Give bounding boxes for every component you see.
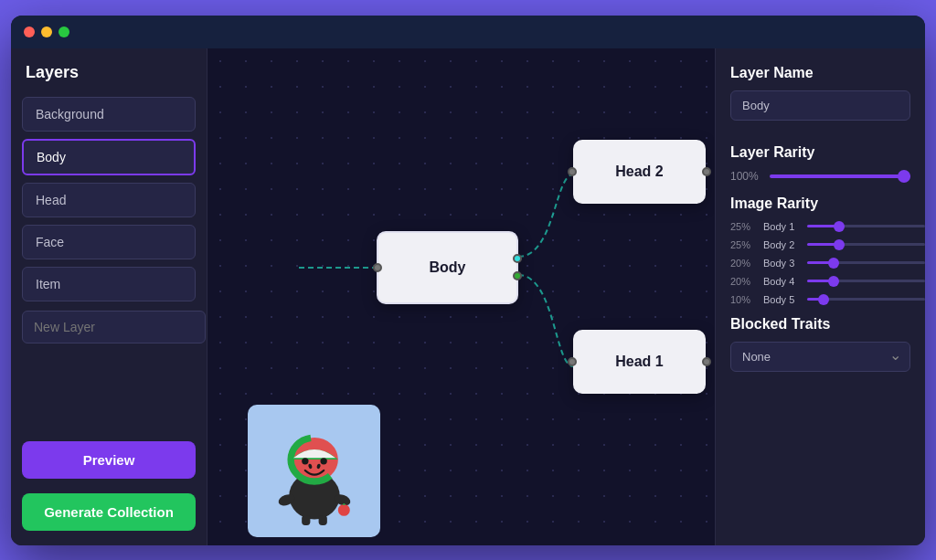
blocked-traits-section: Blocked Traits None Body 1 Body 2 [730,316,910,372]
blocked-traits-title: Blocked Traits [730,316,910,333]
svg-rect-11 [302,515,310,525]
ir-slider-4[interactable] [807,298,925,301]
node-head2[interactable]: Head 2 [573,140,706,204]
ir-name-0: Body 1 [763,221,802,232]
ir-slider-2[interactable] [807,261,925,264]
connector-body-bottom-right [513,271,522,280]
ir-name-1: Body 2 [763,239,802,250]
ir-pct-4: 10% [730,294,758,305]
connector-body-left [373,263,382,272]
layer-name-section: Layer Name [730,65,910,133]
sidebar-item-head[interactable]: Head [22,183,196,217]
new-layer-row: + [22,311,196,343]
preview-image [248,405,380,537]
content-area: Layers Background Body Head Face Item + [11,48,925,545]
ir-name-4: Body 5 [763,294,802,305]
image-rarity-row-2: 20% Body 3 [730,258,910,269]
ir-pct-0: 25% [730,221,758,232]
sidebar-item-face[interactable]: Face [22,225,196,259]
layer-name-title: Layer Name [730,65,910,81]
sidebar-spacer [22,351,196,434]
image-rarity-row-4: 10% Body 5 [730,294,910,305]
sidebar-title: Layers [22,63,196,82]
character-svg [264,416,365,525]
preview-button[interactable]: Preview [22,441,196,479]
ir-name-2: Body 3 [763,258,802,269]
image-rarity-title: Image Rarity [730,195,910,212]
connector-body-top-right [513,254,522,263]
sidebar: Layers Background Body Head Face Item + [11,48,207,545]
ir-pct-3: 20% [730,276,758,287]
connector-head1-left [568,357,577,366]
titlebar [11,16,925,48]
image-rarity-section: Image Rarity 25% Body 1 25% Body 2 20% B… [730,195,910,305]
blocked-traits-select-wrapper: None Body 1 Body 2 [730,342,910,372]
sidebar-item-background[interactable]: Background [22,97,196,132]
node-body[interactable]: Body [377,231,518,304]
main-window: Layers Background Body Head Face Item + [11,16,925,545]
image-rarity-row-0: 25% Body 1 [730,221,910,232]
connector-head1-right [702,357,711,366]
ir-slider-0[interactable] [807,225,925,227]
generate-button[interactable]: Generate Collection [22,493,196,531]
canvas-area[interactable]: Body Head 2 Head 1 [207,48,715,545]
connector-head2-right [702,167,711,176]
svg-point-7 [320,458,326,464]
sidebar-item-body[interactable]: Body [22,139,196,175]
blocked-traits-select[interactable]: None Body 1 Body 2 [730,342,910,372]
sidebar-item-item[interactable]: Item [22,267,196,301]
ir-slider-3[interactable] [807,280,925,282]
new-layer-input[interactable] [22,311,206,343]
node-head1[interactable]: Head 1 [573,330,706,394]
svg-point-10 [337,504,349,516]
ir-name-3: Body 4 [763,276,802,287]
connector-head2-left [568,167,577,176]
ir-pct-2: 20% [730,258,758,269]
ir-slider-1[interactable] [807,243,925,246]
layer-rarity-slider[interactable] [770,174,910,178]
layer-rarity-title: Layer Rarity [730,144,910,161]
svg-point-6 [302,458,308,464]
image-rarity-row-1: 25% Body 2 [730,239,910,250]
ir-pct-1: 25% [730,239,758,250]
layer-rarity-slider-row: 100% [730,170,910,183]
svg-rect-12 [318,515,326,525]
layer-rarity-value: 100% [730,170,762,183]
layer-rarity-section: Layer Rarity 100% [730,144,910,183]
image-rarity-row-3: 20% Body 4 [730,276,910,287]
right-panel: Layer Name Layer Rarity 100% Image Rarit… [715,48,925,545]
close-dot[interactable] [24,26,35,37]
minimize-dot[interactable] [41,26,52,37]
layer-name-input[interactable] [730,90,910,121]
maximize-dot[interactable] [58,26,69,37]
